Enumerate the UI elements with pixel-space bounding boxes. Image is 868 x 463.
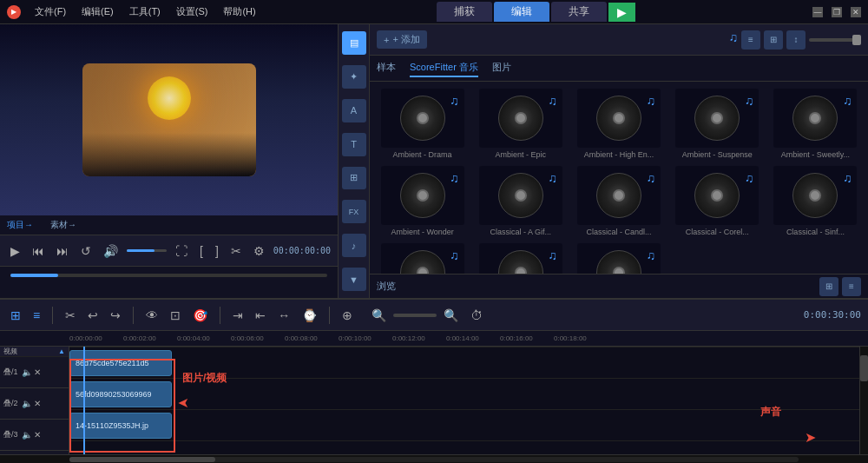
music-item-12[interactable]: ♫ xyxy=(573,243,664,274)
solo-v2[interactable]: ✕ xyxy=(34,399,41,408)
clip-btn[interactable]: ✂ xyxy=(227,242,245,260)
settings-btn[interactable]: ⚙ xyxy=(250,242,268,260)
tab-edit[interactable]: 编辑 xyxy=(494,2,549,22)
tab-pictures[interactable]: 图片 xyxy=(492,59,511,77)
next-frame[interactable]: ⏭ xyxy=(53,242,72,260)
music-item-7[interactable]: ♫ Classical - Candl... xyxy=(573,166,664,236)
menu-settings[interactable]: 设置(S) xyxy=(173,3,212,20)
view-sort[interactable]: ↕ xyxy=(786,30,806,50)
zoom-out-btn[interactable]: 🔍 xyxy=(368,307,390,324)
menu-edit[interactable]: 编辑(E) xyxy=(78,3,117,20)
tl-btn-list[interactable]: ≡ xyxy=(30,307,43,324)
music-item-3[interactable]: ♫ Ambient - Suspense xyxy=(672,89,763,159)
music-item-8[interactable]: ♫ Classical - Corel... xyxy=(672,166,763,236)
music-item-4[interactable]: ♫ Ambient - Sweetly... xyxy=(770,89,861,159)
prev-frame[interactable]: ⏮ xyxy=(29,242,48,260)
progress-bar[interactable] xyxy=(10,274,327,277)
size-slider[interactable] xyxy=(809,38,861,42)
preview-area[interactable] xyxy=(0,24,338,215)
music-item-2[interactable]: ♫ Ambient - High En... xyxy=(573,89,664,159)
view-grid[interactable]: ⊞ xyxy=(764,30,783,50)
video-clip-1[interactable]: 86d75cde575e211d5 xyxy=(69,350,172,376)
mute-v3[interactable]: 🔈 xyxy=(22,430,32,440)
scrollbar-thumb[interactable] xyxy=(860,355,868,381)
mute-v2[interactable]: 🔈 xyxy=(22,399,32,408)
track-expand-btn[interactable]: ▲ xyxy=(58,347,65,355)
minimize-button[interactable]: — xyxy=(812,7,823,17)
loop-button[interactable]: ↺ xyxy=(77,242,95,260)
media-btn-film[interactable]: ▤ xyxy=(342,31,366,55)
tab-scorefitter[interactable]: ScoreFitter 音乐 xyxy=(410,59,478,77)
tl-btn-zoom-fit[interactable]: ⊕ xyxy=(339,307,356,324)
media-btn-browse[interactable]: ▼ xyxy=(342,268,366,291)
browse-label[interactable]: 浏览 xyxy=(377,280,396,293)
add-media-button[interactable]: + + 添加 xyxy=(377,30,427,49)
hscroll-track[interactable] xyxy=(69,457,799,462)
fullscreen-btn[interactable]: ⛶ xyxy=(172,242,191,260)
music-item-5[interactable]: ♫ Ambient - Wonder xyxy=(377,166,468,236)
zoom-in-btn[interactable]: 🔍 xyxy=(440,307,462,324)
tl-btn-redo[interactable]: ↪ xyxy=(107,307,124,324)
music-item-10[interactable]: ♫ xyxy=(377,243,468,274)
tab-sample[interactable]: 样本 xyxy=(377,59,396,77)
music-item-1[interactable]: ♫ Ambient - Epic xyxy=(475,89,566,159)
tl-btn-view[interactable]: 👁 xyxy=(142,307,161,324)
track-lane-video1[interactable]: 86d75cde575e211d5 xyxy=(69,347,859,379)
view-list[interactable]: ≡ xyxy=(741,30,760,50)
tl-btn-snap[interactable]: ⊡ xyxy=(167,307,184,324)
mute-v1[interactable]: 🔈 xyxy=(22,367,32,377)
view-toggle: ♫ ≡ ⊞ ↕ xyxy=(729,30,862,50)
tl-btn-clock[interactable]: ⏱ xyxy=(467,307,486,324)
track-lane-video3[interactable]: 14-15110Z9535JH.jp xyxy=(69,410,859,441)
menu-help[interactable]: 帮助(H) xyxy=(220,3,259,20)
track-lane-title[interactable] xyxy=(69,441,859,454)
solo-v3[interactable]: ✕ xyxy=(34,430,41,440)
tl-btn-speed[interactable]: ⌚ xyxy=(299,307,320,324)
media-btn-audio[interactable]: ♪ xyxy=(342,234,366,257)
media-btn-text[interactable]: A xyxy=(342,99,366,122)
music-item-9[interactable]: ♫ Classical - Sinf... xyxy=(770,166,861,236)
video-clip-3[interactable]: 14-15110Z9535JH.jp xyxy=(69,413,172,439)
export-button[interactable]: ▶ xyxy=(608,3,635,22)
media-btn-title[interactable]: T xyxy=(342,133,366,156)
music-item-0[interactable]: ♫ Ambient - Drama xyxy=(377,89,468,159)
zoom-slider[interactable] xyxy=(393,314,437,317)
music-label-2: Ambient - High En... xyxy=(577,150,661,159)
media-btn-effects[interactable]: ✦ xyxy=(342,65,366,89)
tracks-container: 视频 ▲ 叠/1 🔈 ✕ 叠/2 🔈 ✕ xyxy=(0,347,868,454)
music-item-6[interactable]: ♫ Classical - A Gif... xyxy=(475,166,566,236)
tl-btn-cut[interactable]: ✂ xyxy=(62,307,79,324)
project-label: 项目→ xyxy=(7,219,33,231)
music-item-11[interactable]: ♫ xyxy=(475,243,566,274)
thumb-view-btn[interactable]: ⊞ xyxy=(819,277,838,296)
tl-btn-ripple[interactable]: ↔ xyxy=(274,307,293,324)
media-btn-transition[interactable]: ⊞ xyxy=(342,167,366,190)
tl-btn-insert[interactable]: 🎯 xyxy=(189,307,211,324)
tab-share[interactable]: 共享 xyxy=(551,2,607,22)
music-label-4: Ambient - Sweetly... xyxy=(773,150,857,159)
bracket-right[interactable]: ] xyxy=(212,242,222,260)
tl-btn-split[interactable]: ⇥ xyxy=(229,307,247,324)
tl-btn-merge[interactable]: ⇤ xyxy=(252,307,269,324)
bracket-left[interactable]: [ xyxy=(196,242,207,260)
media-btn-fx[interactable]: FX xyxy=(342,200,366,223)
hscroll-thumb[interactable] xyxy=(69,457,215,462)
menu-file[interactable]: 文件(F) xyxy=(31,3,69,20)
maximize-button[interactable]: ❐ xyxy=(832,7,842,17)
solo-v1[interactable]: ✕ xyxy=(34,367,41,377)
menu-tools[interactable]: 工具(T) xyxy=(126,3,164,20)
tl-btn-undo[interactable]: ↩ xyxy=(84,307,102,324)
tl-btn-tracks[interactable]: ⊞ xyxy=(7,307,24,324)
tab-capture[interactable]: 捕获 xyxy=(437,2,492,22)
volume-slider[interactable] xyxy=(127,249,167,252)
volume-icon[interactable]: 🔊 xyxy=(100,242,122,260)
timeline-scrollbar[interactable] xyxy=(859,347,868,454)
timeline-ruler: 0:00:00:00 0:00:02:00 0:00:04:00 0:00:06… xyxy=(0,331,868,347)
timeline-panel: ⊞ ≡ ✂ ↩ ↪ 👁 ⊡ 🎯 ⇥ ⇤ ↔ ⌚ ⊕ 🔍 🔍 ⏱ 0:00:30:… xyxy=(0,298,868,463)
list-view-btn[interactable]: ≡ xyxy=(842,277,861,296)
video-clip-2[interactable]: 56fd09890253069969 xyxy=(69,381,172,407)
track-lane-video2[interactable]: 56fd09890253069969 xyxy=(69,379,859,410)
play-button[interactable]: ▶ xyxy=(7,242,23,260)
close-button[interactable]: ✕ xyxy=(851,7,861,17)
ruler-marks: 0:00:00:00 0:00:02:00 0:00:04:00 0:00:06… xyxy=(69,334,868,342)
